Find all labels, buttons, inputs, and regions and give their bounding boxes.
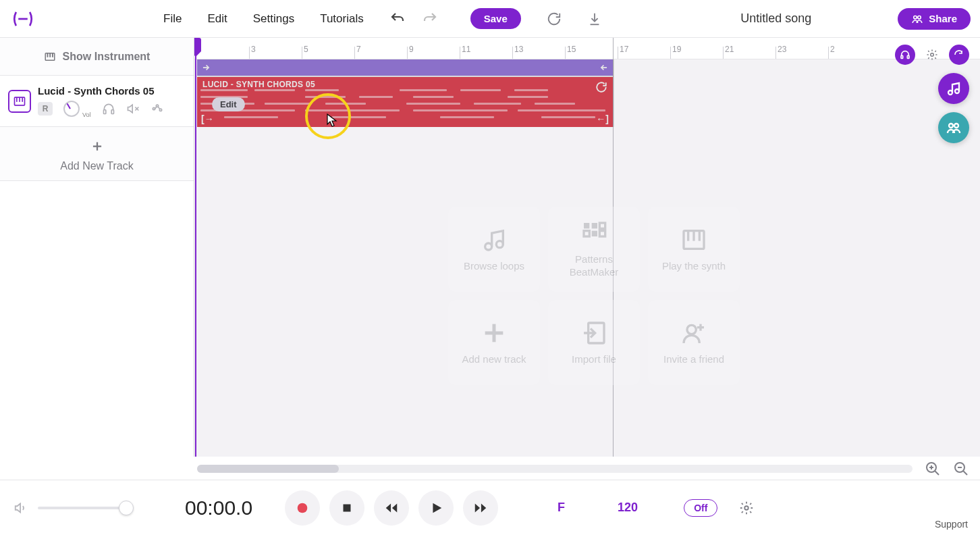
ruler-tick: 3 [251,45,256,54]
main-area: Show Instrument Lucid - Synth Chords 05 … [0,38,980,457]
refresh-round-button[interactable] [949,45,969,65]
timeline-area[interactable]: 3579111315171921232 [194,38,980,457]
save-button[interactable]: Save [470,8,521,29]
zoom-in-button[interactable] [925,461,941,477]
support-link[interactable]: Support [935,519,968,530]
master-volume-slider[interactable] [38,507,132,509]
clip-loop-icon[interactable] [595,81,607,96]
quick-invite-label: Invite a friend [663,353,724,366]
svg-rect-21 [592,223,597,228]
headphones-icon[interactable] [102,102,115,116]
loop-region-bar[interactable] [197,59,613,76]
zoom-out-button[interactable] [953,461,969,477]
plus-icon: ＋ [90,136,105,156]
midi-clip[interactable]: LUCID - SYNTH CHORDS 05 Edit [→←] [197,77,613,127]
timecode-display: 00:00.0 [185,496,252,519]
app-logo [9,5,36,32]
ruler-tick: 15 [567,45,576,54]
quick-actions-grid: Browse loops Patterns BeatMaker Play the… [448,207,740,385]
playhead-line [195,38,196,457]
track-controls: R Vol [38,101,186,117]
show-instrument-label: Show Instrument [63,51,151,63]
key-signature[interactable]: F [557,501,565,515]
mute-icon[interactable] [126,102,140,116]
svg-point-15 [153,107,155,109]
loop-end-icon [599,63,609,72]
quick-browse-label: Browse loops [464,260,524,273]
import-icon [580,320,607,347]
settings-round-button[interactable] [922,45,942,65]
horizontal-scrollbar[interactable] [197,465,913,473]
tempo-display[interactable]: 120 [618,501,638,515]
slider-thumb[interactable] [119,501,134,515]
quick-add-track-label: Add new track [462,353,526,366]
song-title[interactable]: Untitled song [740,11,811,26]
share-button[interactable]: Share [898,8,971,30]
svg-point-1 [914,16,917,19]
quick-import-label: Import file [572,353,616,366]
svg-rect-8 [16,97,18,102]
rewind-button[interactable] [374,490,409,526]
quick-invite-friend[interactable]: Invite a friend [648,300,740,385]
record-arm-button[interactable]: R [38,102,53,116]
transport-settings-icon[interactable] [739,501,754,515]
clip-edit-button[interactable]: Edit [212,97,245,111]
ruler-tick: 2 [830,45,835,54]
collaborate-fab[interactable] [938,112,969,143]
svg-rect-23 [584,231,589,236]
track-name: Lucid - Synth Chords 05 [38,85,186,97]
play-button[interactable] [418,490,454,526]
fx-icon[interactable] [151,102,164,116]
svg-rect-4 [47,53,48,57]
quick-synth-label: Play the synth [662,260,726,273]
quick-add-track[interactable]: Add new track [448,300,540,385]
menu-file[interactable]: File [163,12,182,26]
svg-line-44 [935,471,939,475]
svg-rect-27 [687,230,689,240]
svg-rect-20 [584,223,589,228]
record-button[interactable] [285,490,320,526]
user-plus-icon [680,320,707,347]
metronome-toggle[interactable]: Off [684,499,717,517]
track-row[interactable]: Lucid - Synth Chords 05 R Vol [0,76,194,127]
grid-icon [580,220,607,247]
quick-patterns[interactable]: Patterns BeatMaker [548,207,640,292]
show-instrument-button[interactable]: Show Instrument [0,38,194,76]
headphones-round-button[interactable] [895,45,915,65]
right-float-buttons [895,45,969,143]
quick-browse-loops[interactable]: Browse loops [448,207,540,292]
history-controls [389,11,438,27]
timeline-ruler[interactable]: 3579111315171921232 [194,38,980,59]
ruler-tick: 23 [778,45,786,54]
menu-settings[interactable]: Settings [253,12,294,26]
track-meta: Lucid - Synth Chords 05 R Vol [38,85,186,117]
undo-button[interactable] [389,11,406,27]
quick-play-synth[interactable]: Play the synth [648,207,740,292]
transport-buttons [285,490,498,526]
menu-tutorials[interactable]: Tutorials [320,12,364,26]
svg-point-38 [931,53,934,57]
scrollbar-thumb[interactable] [197,465,339,473]
sync-icon[interactable] [547,11,562,26]
ruler-tick: 5 [304,45,308,54]
menu-edit[interactable]: Edit [207,12,227,26]
share-label: Share [929,13,957,24]
svg-rect-9 [19,97,20,102]
stop-button[interactable] [329,490,364,526]
track-instrument-icon[interactable] [8,90,31,113]
svg-point-52 [745,506,749,510]
download-icon[interactable] [587,11,602,26]
svg-rect-6 [52,53,53,57]
fast-forward-button[interactable] [463,490,498,526]
add-track-button[interactable]: ＋ Add New Track [0,127,194,181]
ruler-tick: 21 [725,45,734,54]
ruler-tick: 17 [620,45,628,54]
quick-import-file[interactable]: Import file [548,300,640,385]
playhead-handle[interactable] [194,38,201,51]
ruler-tick: 11 [462,45,470,54]
svg-rect-22 [599,223,605,228]
piano-icon [44,51,56,63]
volume-label: Vol [82,111,91,118]
library-fab[interactable] [938,73,969,104]
volume-knob[interactable] [63,101,80,117]
